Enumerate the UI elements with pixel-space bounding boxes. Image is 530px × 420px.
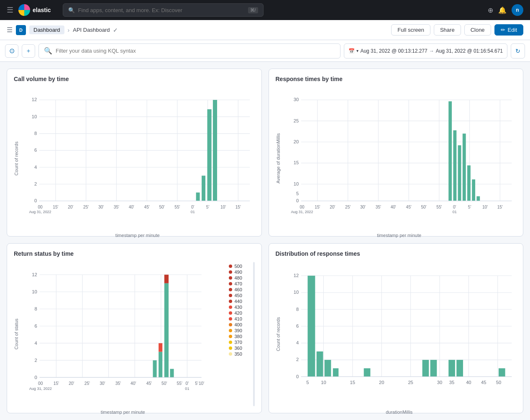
edit-button[interactable]: ✏ Edit (494, 24, 523, 36)
svg-text:8: 8 (35, 306, 37, 311)
breadcrumb-current: API Dashboard (73, 27, 110, 33)
share-button[interactable]: Share (434, 24, 461, 36)
svg-text:10': 10' (199, 381, 204, 386)
elastic-logo-circle (18, 4, 30, 16)
breadcrumb-separator: › (68, 27, 70, 33)
svg-text:2: 2 (34, 181, 37, 186)
svg-text:4: 4 (35, 340, 37, 345)
svg-text:10': 10' (482, 205, 487, 209)
legend-dot-450 (229, 294, 232, 297)
panel-call-volume-title: Call volume by time (14, 76, 255, 82)
legend-scrollbar[interactable] (253, 262, 255, 406)
return-status-y-axis-label: Count of status (14, 262, 19, 406)
svg-text:15': 15' (315, 205, 320, 209)
breadcrumb-dashboard[interactable]: Dashboard (29, 25, 64, 34)
legend-dot-440 (229, 300, 232, 303)
return-status-legend: 500 490 480 470 460 450 440 430 420 410 … (225, 262, 255, 406)
legend-item-460: 460 (229, 287, 253, 292)
svg-rect-110 (164, 275, 169, 283)
svg-rect-62 (448, 101, 452, 201)
return-status-chart: 12 10 8 6 4 2 0 (20, 262, 225, 406)
svg-rect-64 (458, 145, 461, 201)
filter-options-button[interactable]: ⊙ (5, 44, 18, 58)
panel-distribution-title: Distribution of response times (276, 250, 517, 257)
global-search-bar[interactable]: 🔍 ⌘/ (63, 3, 264, 17)
response-times-y-axis-label: Average of durationMillis (276, 87, 281, 229)
svg-rect-68 (476, 196, 480, 201)
legend-dot-370 (229, 341, 232, 344)
clone-button[interactable]: Clone (464, 24, 491, 36)
legend-item-440: 440 (229, 299, 253, 304)
legend-item-390: 390 (229, 328, 253, 333)
add-filter-button[interactable]: ＋ (22, 44, 35, 58)
sidebar-toggle-icon[interactable]: ☰ (7, 26, 13, 34)
global-search-input[interactable] (78, 7, 245, 13)
svg-rect-154 (422, 360, 429, 377)
date-range-chevron: ▾ (356, 48, 358, 53)
svg-text:15': 15' (236, 205, 241, 209)
date-start: Aug 31, 2022 @ 00:13:12.277 (360, 48, 427, 54)
legend-item-500: 500 (229, 264, 253, 269)
svg-rect-63 (453, 130, 456, 201)
svg-text:45': 45' (406, 205, 411, 209)
call-volume-svg: 12 10 8 6 4 2 0 (20, 87, 255, 229)
svg-text:20': 20' (68, 205, 73, 209)
call-volume-chart-area: Count of records 12 10 8 6 4 (14, 87, 255, 229)
svg-rect-156 (448, 360, 455, 377)
svg-text:5: 5 (306, 380, 309, 385)
svg-rect-107 (159, 352, 162, 377)
call-volume-chart: 12 10 8 6 4 2 0 (20, 87, 255, 229)
svg-text:25: 25 (293, 118, 298, 123)
svg-text:01: 01 (191, 210, 195, 214)
svg-rect-158 (498, 368, 505, 377)
svg-rect-23 (207, 109, 211, 201)
panel-return-status: Return status by time Count of status 12… (7, 243, 262, 413)
svg-text:5: 5 (296, 191, 298, 196)
legend-item-430: 430 (229, 305, 253, 310)
svg-text:40': 40' (131, 381, 136, 386)
help-icon[interactable]: ⊕ (488, 6, 493, 14)
legend-dot-360 (229, 346, 232, 350)
legend-item-470: 470 (229, 281, 253, 286)
kql-filter-input[interactable] (56, 48, 335, 54)
hamburger-icon[interactable]: ☰ (7, 5, 13, 15)
svg-text:15': 15' (497, 205, 502, 209)
svg-text:30': 30' (100, 381, 105, 386)
panel-return-status-title: Return status by time (14, 250, 255, 257)
notifications-icon[interactable]: 🔔 (498, 6, 507, 14)
svg-text:45': 45' (144, 205, 150, 209)
refresh-icon: ↻ (515, 48, 520, 54)
response-times-svg: 30 25 20 15 10 5 0 (282, 87, 517, 229)
kql-filter-input-wrap[interactable]: 🔍 (38, 43, 341, 59)
svg-text:55': 55' (436, 205, 442, 209)
date-end: Aug 31, 2022 @ 01:16:54.671 (436, 48, 503, 54)
svg-text:01: 01 (452, 210, 456, 214)
legend-item-420: 420 (229, 311, 253, 316)
fullscreen-button[interactable]: Full screen (391, 24, 430, 36)
svg-text:00: 00 (38, 381, 43, 386)
elastic-logo[interactable]: elastic (18, 4, 51, 16)
svg-text:6: 6 (35, 323, 37, 328)
call-volume-x-label: timestamp per minute (20, 233, 255, 238)
svg-text:35': 35' (114, 205, 119, 209)
svg-rect-66 (467, 165, 471, 201)
svg-text:25': 25' (84, 381, 90, 386)
user-avatar[interactable]: n (512, 4, 523, 16)
svg-text:00: 00 (38, 205, 43, 209)
date-range-arrow: → (429, 48, 434, 54)
svg-text:5': 5' (195, 381, 198, 386)
distribution-y-axis-label: Count of records (276, 262, 281, 406)
search-shortcut: ⌘/ (248, 7, 258, 13)
svg-text:00: 00 (300, 205, 305, 209)
top-navigation: ☰ elastic 🔍 ⌘/ ⊕ 🔔 n (0, 0, 530, 20)
refresh-button[interactable]: ↻ (511, 43, 525, 59)
svg-text:10: 10 (321, 380, 326, 385)
svg-rect-21 (196, 193, 200, 201)
svg-text:15': 15' (53, 205, 58, 209)
svg-text:30': 30' (360, 205, 365, 209)
legend-dot-480 (229, 276, 232, 280)
elastic-wordmark: elastic (33, 7, 51, 13)
svg-rect-150 (316, 351, 323, 377)
filter-search-icon: 🔍 (44, 47, 52, 55)
date-range-picker[interactable]: 📅 ▾ Aug 31, 2022 @ 00:13:12.277 → Aug 31… (344, 43, 507, 59)
